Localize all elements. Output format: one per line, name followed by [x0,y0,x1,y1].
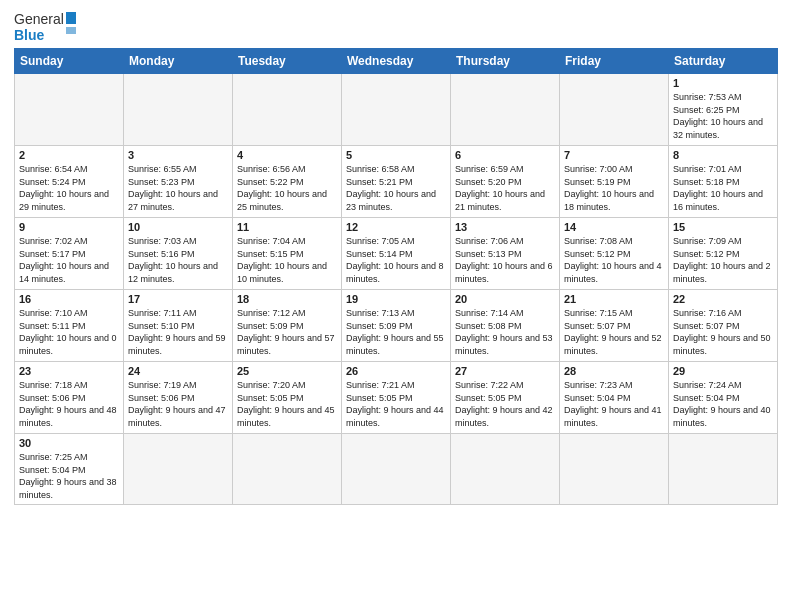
svg-text:Blue: Blue [14,27,45,43]
day-info: Sunrise: 7:15 AM Sunset: 5:07 PM Dayligh… [564,307,664,357]
calendar-cell [451,434,560,505]
day-number: 13 [455,221,555,233]
day-info: Sunrise: 7:14 AM Sunset: 5:08 PM Dayligh… [455,307,555,357]
calendar-cell: 30Sunrise: 7:25 AM Sunset: 5:04 PM Dayli… [15,434,124,505]
day-info: Sunrise: 6:56 AM Sunset: 5:22 PM Dayligh… [237,163,337,213]
calendar-cell: 25Sunrise: 7:20 AM Sunset: 5:05 PM Dayli… [233,362,342,434]
day-info: Sunrise: 7:04 AM Sunset: 5:15 PM Dayligh… [237,235,337,285]
day-number: 30 [19,437,119,449]
day-number: 11 [237,221,337,233]
day-info: Sunrise: 7:05 AM Sunset: 5:14 PM Dayligh… [346,235,446,285]
day-info: Sunrise: 6:59 AM Sunset: 5:20 PM Dayligh… [455,163,555,213]
calendar-cell: 12Sunrise: 7:05 AM Sunset: 5:14 PM Dayli… [342,218,451,290]
day-number: 25 [237,365,337,377]
day-info: Sunrise: 7:13 AM Sunset: 5:09 PM Dayligh… [346,307,446,357]
weekday-header-monday: Monday [124,49,233,74]
day-number: 21 [564,293,664,305]
calendar-cell [233,74,342,146]
calendar-cell: 20Sunrise: 7:14 AM Sunset: 5:08 PM Dayli… [451,290,560,362]
calendar-cell: 26Sunrise: 7:21 AM Sunset: 5:05 PM Dayli… [342,362,451,434]
calendar-cell: 2Sunrise: 6:54 AM Sunset: 5:24 PM Daylig… [15,146,124,218]
day-info: Sunrise: 6:54 AM Sunset: 5:24 PM Dayligh… [19,163,119,213]
day-number: 7 [564,149,664,161]
day-number: 20 [455,293,555,305]
day-info: Sunrise: 7:01 AM Sunset: 5:18 PM Dayligh… [673,163,773,213]
day-number: 1 [673,77,773,89]
day-info: Sunrise: 7:23 AM Sunset: 5:04 PM Dayligh… [564,379,664,429]
day-number: 28 [564,365,664,377]
day-info: Sunrise: 7:16 AM Sunset: 5:07 PM Dayligh… [673,307,773,357]
day-number: 23 [19,365,119,377]
calendar-cell: 13Sunrise: 7:06 AM Sunset: 5:13 PM Dayli… [451,218,560,290]
calendar-cell [342,434,451,505]
day-number: 4 [237,149,337,161]
day-number: 16 [19,293,119,305]
calendar-cell: 14Sunrise: 7:08 AM Sunset: 5:12 PM Dayli… [560,218,669,290]
week-row-4: 23Sunrise: 7:18 AM Sunset: 5:06 PM Dayli… [15,362,778,434]
day-info: Sunrise: 7:21 AM Sunset: 5:05 PM Dayligh… [346,379,446,429]
day-number: 17 [128,293,228,305]
calendar-cell: 15Sunrise: 7:09 AM Sunset: 5:12 PM Dayli… [669,218,778,290]
calendar-cell [560,74,669,146]
day-info: Sunrise: 6:58 AM Sunset: 5:21 PM Dayligh… [346,163,446,213]
day-number: 3 [128,149,228,161]
calendar-cell: 16Sunrise: 7:10 AM Sunset: 5:11 PM Dayli… [15,290,124,362]
day-info: Sunrise: 7:02 AM Sunset: 5:17 PM Dayligh… [19,235,119,285]
day-number: 14 [564,221,664,233]
day-info: Sunrise: 7:20 AM Sunset: 5:05 PM Dayligh… [237,379,337,429]
week-row-0: 1Sunrise: 7:53 AM Sunset: 6:25 PM Daylig… [15,74,778,146]
svg-marker-3 [66,27,76,34]
day-number: 8 [673,149,773,161]
calendar-cell: 19Sunrise: 7:13 AM Sunset: 5:09 PM Dayli… [342,290,451,362]
day-info: Sunrise: 7:09 AM Sunset: 5:12 PM Dayligh… [673,235,773,285]
calendar-cell: 17Sunrise: 7:11 AM Sunset: 5:10 PM Dayli… [124,290,233,362]
day-info: Sunrise: 7:18 AM Sunset: 5:06 PM Dayligh… [19,379,119,429]
calendar-cell: 9Sunrise: 7:02 AM Sunset: 5:17 PM Daylig… [15,218,124,290]
calendar-cell [669,434,778,505]
calendar-cell [15,74,124,146]
calendar-cell: 29Sunrise: 7:24 AM Sunset: 5:04 PM Dayli… [669,362,778,434]
day-number: 6 [455,149,555,161]
day-info: Sunrise: 7:06 AM Sunset: 5:13 PM Dayligh… [455,235,555,285]
day-info: Sunrise: 7:10 AM Sunset: 5:11 PM Dayligh… [19,307,119,357]
day-number: 5 [346,149,446,161]
calendar-cell [233,434,342,505]
day-info: Sunrise: 7:53 AM Sunset: 6:25 PM Dayligh… [673,91,773,141]
weekday-header-saturday: Saturday [669,49,778,74]
page: General Blue SundayMondayTuesdayWednesda… [0,0,792,612]
calendar-cell: 18Sunrise: 7:12 AM Sunset: 5:09 PM Dayli… [233,290,342,362]
week-row-2: 9Sunrise: 7:02 AM Sunset: 5:17 PM Daylig… [15,218,778,290]
day-number: 24 [128,365,228,377]
calendar-cell [124,434,233,505]
day-number: 19 [346,293,446,305]
calendar-cell: 8Sunrise: 7:01 AM Sunset: 5:18 PM Daylig… [669,146,778,218]
calendar-cell [124,74,233,146]
day-info: Sunrise: 7:19 AM Sunset: 5:06 PM Dayligh… [128,379,228,429]
week-row-3: 16Sunrise: 7:10 AM Sunset: 5:11 PM Dayli… [15,290,778,362]
weekday-header-row: SundayMondayTuesdayWednesdayThursdayFrid… [15,49,778,74]
svg-marker-2 [66,12,76,24]
calendar-cell [560,434,669,505]
logo: General Blue [14,10,76,44]
day-number: 18 [237,293,337,305]
day-number: 15 [673,221,773,233]
weekday-header-friday: Friday [560,49,669,74]
calendar-cell: 10Sunrise: 7:03 AM Sunset: 5:16 PM Dayli… [124,218,233,290]
calendar-cell: 23Sunrise: 7:18 AM Sunset: 5:06 PM Dayli… [15,362,124,434]
svg-text:General: General [14,11,64,27]
day-number: 26 [346,365,446,377]
day-info: Sunrise: 7:08 AM Sunset: 5:12 PM Dayligh… [564,235,664,285]
calendar-cell: 21Sunrise: 7:15 AM Sunset: 5:07 PM Dayli… [560,290,669,362]
calendar-cell: 22Sunrise: 7:16 AM Sunset: 5:07 PM Dayli… [669,290,778,362]
weekday-header-thursday: Thursday [451,49,560,74]
calendar-cell: 24Sunrise: 7:19 AM Sunset: 5:06 PM Dayli… [124,362,233,434]
day-info: Sunrise: 7:12 AM Sunset: 5:09 PM Dayligh… [237,307,337,357]
day-info: Sunrise: 7:11 AM Sunset: 5:10 PM Dayligh… [128,307,228,357]
day-number: 12 [346,221,446,233]
day-info: Sunrise: 6:55 AM Sunset: 5:23 PM Dayligh… [128,163,228,213]
day-number: 9 [19,221,119,233]
calendar-cell: 11Sunrise: 7:04 AM Sunset: 5:15 PM Dayli… [233,218,342,290]
calendar: SundayMondayTuesdayWednesdayThursdayFrid… [14,48,778,505]
day-number: 22 [673,293,773,305]
calendar-cell [451,74,560,146]
